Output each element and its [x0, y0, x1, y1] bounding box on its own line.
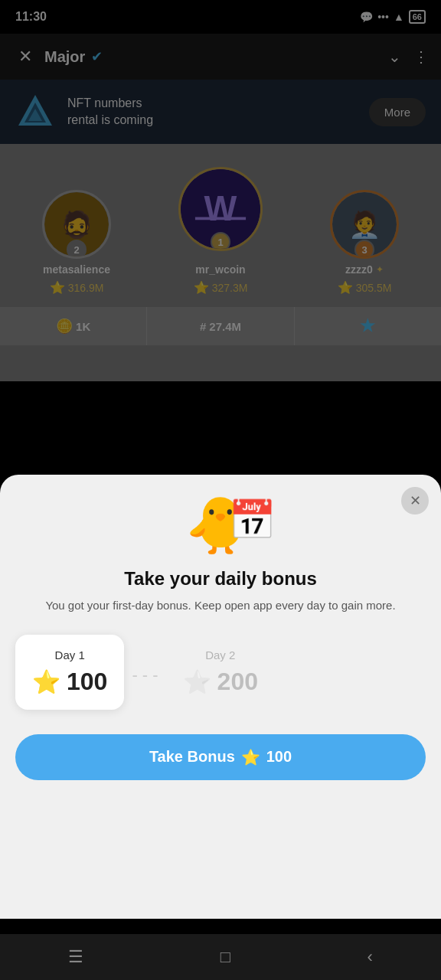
- calendar-icon: 📅: [228, 498, 276, 542]
- modal-subtitle: You got your first-day bonus. Keep open …: [0, 590, 441, 622]
- modal-illustration: 🐥 📅: [0, 475, 441, 560]
- bottom-nav: ☰ □ ‹: [0, 934, 441, 980]
- day-card-2: Day 2 ⭐ 200: [166, 635, 275, 710]
- day-value-2: 200: [217, 668, 258, 696]
- nav-home-icon[interactable]: □: [213, 939, 238, 975]
- day-divider: - - -: [132, 659, 158, 685]
- day-amount-2: ⭐ 200: [183, 668, 258, 696]
- take-bonus-label: Take Bonus: [149, 748, 235, 766]
- day-label-2: Day 2: [205, 648, 235, 662]
- take-bonus-star-icon: ⭐: [241, 748, 260, 766]
- day-value-1: 100: [67, 668, 107, 696]
- daily-bonus-modal: ✕ 🐥 📅 Take your daily bonus You got your…: [0, 475, 441, 919]
- day-card-1: Day 1 ⭐ 100: [15, 635, 124, 710]
- day-star-icon-2: ⭐: [183, 668, 211, 695]
- take-bonus-button[interactable]: Take Bonus ⭐ 100: [15, 734, 426, 780]
- modal-title: Take your daily bonus: [0, 560, 441, 590]
- day-star-icon-1: ⭐: [32, 668, 60, 695]
- day-amount-1: ⭐ 100: [32, 668, 107, 696]
- take-bonus-amount: 100: [266, 748, 292, 766]
- nav-menu-icon[interactable]: ☰: [60, 939, 91, 975]
- days-row: Day 1 ⭐ 100 - - - Day 2 ⭐ 200: [0, 622, 441, 722]
- day-label-1: Day 1: [55, 648, 85, 662]
- nav-back-icon[interactable]: ‹: [359, 939, 380, 975]
